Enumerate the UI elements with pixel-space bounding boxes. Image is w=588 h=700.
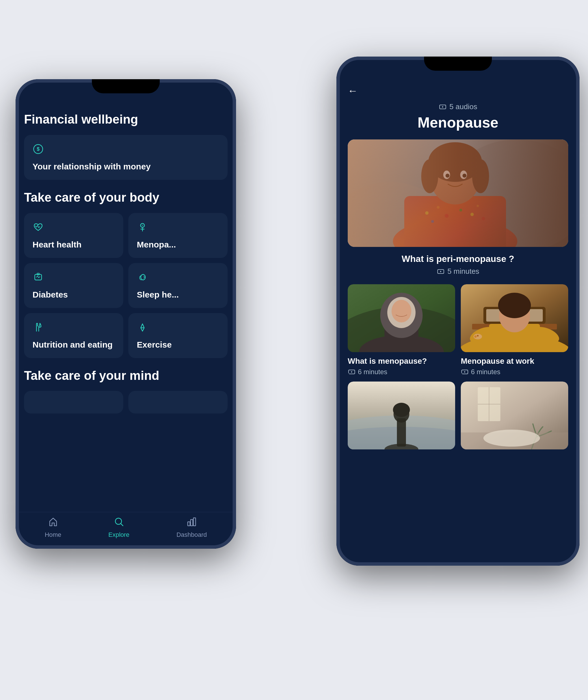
audio-count-text: 5 audios (449, 102, 477, 111)
svg-point-22 (443, 170, 450, 179)
mind-section-title: Take care of your mind (24, 368, 228, 383)
hero-audio-title: What is peri-menopause ? (336, 254, 580, 264)
diabetes-label: Diabetes (33, 290, 115, 299)
financial-section-title: Financial wellbeing (24, 112, 228, 127)
svg-point-3 (142, 224, 143, 226)
audio-count: 5 audios (348, 102, 568, 111)
body-section: Take care of your body Hea (24, 190, 228, 358)
audio-card-2-img (348, 382, 455, 450)
nav-home[interactable]: Home (45, 517, 61, 539)
svg-point-55 (477, 335, 479, 336)
menopause-card-left-label: Menopa... (137, 240, 219, 249)
nav-dashboard-label: Dashboard (176, 531, 207, 539)
svg-point-69 (483, 430, 540, 447)
mind-card-2[interactable] (128, 391, 228, 414)
svg-rect-8 (188, 522, 190, 526)
right-phone: ← 5 audios Menopause (336, 57, 580, 566)
bottom-nav: Home Explore (16, 512, 236, 549)
mind-card-1[interactable] (24, 391, 123, 414)
audio-card-1-img (461, 284, 568, 352)
right-screen-content: ← 5 audios Menopause (336, 57, 580, 566)
hero-duration-text: 5 minutes (448, 267, 479, 276)
diabetes-icon (33, 271, 115, 285)
hero-audio-duration: 5 minutes (336, 267, 580, 276)
svg-point-32 (431, 220, 434, 223)
svg-point-23 (460, 170, 467, 179)
svg-text:$: $ (37, 146, 40, 152)
audio-card-2[interactable] (348, 382, 455, 454)
svg-point-18 (430, 148, 481, 204)
right-phone-screen: ← 5 audios Menopause (336, 57, 580, 566)
nutrition-icon (33, 321, 115, 335)
diabetes-card[interactable]: Diabetes (24, 263, 123, 308)
audio-card-1-title: Menopause at work (461, 357, 568, 366)
svg-point-14 (348, 182, 447, 247)
audio-card-3[interactable] (461, 382, 568, 454)
exercise-label: Exercise (137, 340, 219, 349)
svg-point-25 (462, 174, 466, 178)
nutrition-card[interactable]: Nutrition and eating (24, 313, 123, 358)
svg-point-41 (392, 300, 411, 322)
audio-card-1[interactable]: Menopause at work 6 minutes (461, 284, 568, 376)
exercise-card[interactable]: Exercise (128, 313, 228, 358)
money-icon: $ (33, 143, 219, 157)
right-header: ← (336, 79, 580, 102)
svg-point-24 (446, 174, 449, 178)
svg-rect-10 (193, 518, 196, 526)
money-card[interactable]: $ Your relationship with money (24, 135, 228, 180)
nav-home-label: Home (45, 531, 61, 539)
mind-section: Take care of your mind (24, 368, 228, 414)
financial-section: Financial wellbeing $ Your relationship … (24, 112, 228, 180)
svg-point-19 (428, 142, 482, 182)
svg-point-13 (447, 139, 568, 247)
nutrition-label: Nutrition and eating (33, 340, 115, 349)
body-cards-grid: Heart health (24, 213, 228, 358)
svg-point-54 (474, 335, 477, 338)
svg-point-29 (459, 209, 462, 211)
hero-image[interactable] (348, 139, 568, 247)
audio-card-1-duration: 6 minutes (461, 368, 568, 376)
exercise-icon (137, 321, 219, 335)
left-phone-screen: Financial wellbeing $ Your relationship … (16, 79, 236, 549)
sleep-card[interactable]: Sleep he... (128, 263, 228, 308)
audio-card-0-duration: 6 minutes (348, 368, 455, 376)
svg-rect-12 (348, 139, 568, 247)
right-title-section: 5 audios Menopause (336, 102, 580, 139)
phones-container: Financial wellbeing $ Your relationship … (0, 0, 588, 700)
svg-point-26 (425, 211, 429, 215)
left-phone-notch (92, 79, 160, 93)
svg-point-28 (445, 214, 449, 218)
nav-dashboard[interactable]: Dashboard (176, 517, 207, 539)
svg-rect-16 (404, 196, 506, 247)
svg-point-52 (498, 293, 531, 318)
heart-health-label: Heart health (33, 240, 115, 249)
nav-explore-label: Explore (108, 531, 129, 539)
svg-point-31 (477, 205, 479, 207)
svg-rect-9 (191, 520, 193, 526)
svg-point-20 (421, 159, 438, 193)
body-section-title: Take care of your body (24, 190, 228, 205)
svg-point-27 (437, 206, 440, 209)
audio-card-3-img (461, 382, 568, 450)
back-button[interactable]: ← (348, 85, 358, 97)
svg-point-21 (472, 159, 489, 193)
dashboard-icon (187, 517, 197, 530)
explore-icon (114, 517, 124, 530)
page-title: Menopause (348, 114, 568, 131)
audio-card-0-title: What is menopause? (348, 357, 455, 366)
sleep-label: Sleep he... (137, 290, 219, 299)
money-card-label: Your relationship with money (33, 162, 219, 171)
mind-partial-cards (24, 391, 228, 414)
nav-explore[interactable]: Explore (108, 517, 129, 539)
left-screen-content: Financial wellbeing $ Your relationship … (16, 79, 236, 549)
left-phone: Financial wellbeing $ Your relationship … (16, 79, 236, 549)
svg-point-33 (482, 217, 485, 220)
svg-rect-17 (447, 182, 464, 202)
svg-point-63 (393, 403, 410, 417)
menopause-card-left[interactable]: Menopa... (128, 213, 228, 258)
audio-card-0[interactable]: What is menopause? 6 minutes (348, 284, 455, 376)
heart-icon (33, 221, 115, 235)
heart-health-card[interactable]: Heart health (24, 213, 123, 258)
home-icon (48, 517, 58, 530)
svg-point-30 (470, 213, 474, 216)
